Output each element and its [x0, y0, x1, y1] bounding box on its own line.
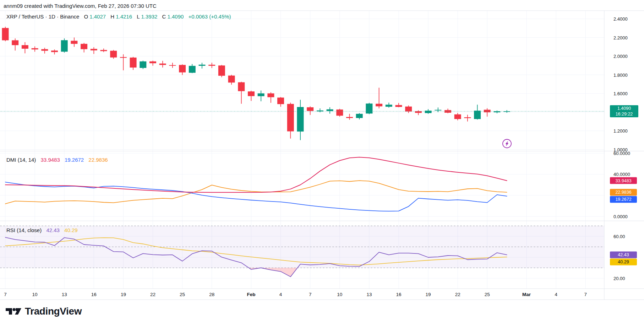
candle-body — [297, 107, 304, 132]
dmi-minus-di-value: 22.9836 — [88, 157, 108, 163]
dmi-value-badge: 33.9483 — [610, 177, 637, 184]
candle-body — [71, 41, 77, 44]
candle-body — [435, 110, 441, 111]
time-axis-label: 4 — [545, 292, 567, 297]
dmi-value-badge: 19.2672 — [610, 196, 637, 203]
time-axis-label: 7 — [0, 292, 16, 297]
candle-body — [248, 91, 255, 96]
price-axis[interactable]: 2.40002.20002.00001.80001.60001.20001.00… — [604, 0, 644, 302]
candle-body — [287, 104, 294, 131]
candle-body — [189, 66, 196, 73]
time-axis-label: 10 — [24, 292, 45, 297]
time-axis-label: 13 — [359, 292, 380, 297]
candle-body — [336, 109, 343, 116]
candle-body — [179, 65, 186, 73]
candle-body — [238, 82, 245, 91]
candle-body — [140, 61, 146, 68]
dmi-axis-label: 0.0000 — [613, 214, 628, 219]
price-axis-label: 2.0000 — [613, 54, 628, 59]
candle-body — [110, 51, 117, 58]
time-axis-label: 16 — [388, 292, 409, 297]
candle-body — [277, 98, 284, 104]
candle-body — [395, 105, 402, 107]
candle-body — [258, 93, 264, 96]
chart-canvas[interactable] — [0, 0, 644, 327]
tradingview-logo-text: TradingView — [25, 306, 82, 317]
time-axis-label: 22 — [142, 292, 164, 297]
candle-body — [218, 65, 225, 76]
time-axis-label: 22 — [447, 292, 468, 297]
time-axis-label: 10 — [329, 292, 350, 297]
candle-body — [32, 48, 38, 49]
current-price-badge: 1.409016:29:22 — [610, 105, 638, 117]
time-axis-label: Mar — [516, 292, 537, 297]
rsi-value-badge: 40.29 — [610, 258, 637, 265]
tradingview-chart-page: { "header": {"attribution": "annm09 crea… — [0, 0, 644, 327]
price-axis-label: 2.4000 — [613, 16, 628, 22]
candle-body — [228, 76, 235, 83]
rsi-title: RSI (14, close) — [6, 227, 42, 233]
open-label: O — [84, 14, 88, 20]
candle-body — [22, 45, 28, 49]
dmi-legend[interactable]: DMI (14, 14) 33.9483 19.2672 22.9836 — [6, 157, 109, 163]
candle-body — [454, 114, 461, 119]
candle-body — [208, 65, 215, 66]
low-label: L — [137, 14, 140, 20]
time-axis-label: 16 — [83, 292, 104, 297]
candle-body — [149, 61, 156, 63]
candle-body — [159, 64, 166, 65]
tradingview-logo-icon — [5, 306, 22, 316]
high-value: 1.4216 — [116, 14, 132, 20]
candle-body — [130, 58, 137, 68]
time-axis-label: 4 — [270, 292, 291, 297]
candle-body — [61, 40, 68, 52]
candle-body — [484, 110, 491, 112]
candle-body — [267, 93, 274, 97]
rsi-value-badge: 42.43 — [610, 251, 637, 258]
time-axis-label: 19 — [113, 292, 134, 297]
candle-body — [464, 117, 471, 118]
rsi-value: 42.43 — [46, 227, 60, 233]
candle-body — [12, 40, 18, 45]
candle-body — [356, 114, 363, 118]
close-label: C — [162, 14, 166, 20]
lightning-icon[interactable] — [503, 139, 511, 148]
tradingview-logo[interactable]: TradingView — [5, 306, 82, 317]
close-value: 1.4090 — [167, 14, 184, 20]
bar-countdown: 16:29:22 — [616, 111, 633, 117]
change-value: +0.0063 (+0.45%) — [189, 14, 231, 20]
time-axis-label: 7 — [575, 292, 596, 297]
price-axis-label: 1.8000 — [613, 72, 628, 77]
candle-body — [327, 109, 333, 111]
candle-body — [100, 50, 107, 51]
candle-body — [376, 104, 382, 106]
candle-body — [503, 111, 510, 112]
dmi-axis-label: 40.0000 — [613, 172, 630, 177]
time-axis-label: 13 — [54, 292, 75, 297]
time-axis-label: 25 — [476, 292, 498, 297]
low-value: 1.3932 — [141, 14, 158, 20]
dmi-title: DMI (14, 14) — [6, 157, 36, 163]
candle-body — [169, 65, 176, 66]
open-value: 1.4027 — [89, 14, 106, 20]
symbol-legend[interactable]: XRP / TetherUS · 1D · Binance O1.4027 H1… — [6, 14, 233, 20]
candle-body — [346, 117, 353, 118]
rsi-axis-label: 60.00 — [613, 234, 625, 239]
candle-body — [91, 49, 97, 50]
candle-body — [41, 49, 48, 50]
rsi-legend[interactable]: RSI (14, close) 42.43 40.29 — [6, 227, 79, 233]
price-axis-label: 1.6000 — [613, 91, 628, 96]
symbol-title: XRP / TetherUS · 1D · Binance — [6, 14, 79, 20]
time-axis-label: 7 — [300, 292, 321, 297]
dmi-plus-di-value: 19.2672 — [65, 157, 84, 163]
candle-body — [81, 44, 87, 49]
dmi-adx-value: 33.9483 — [41, 157, 60, 163]
time-axis-label: 28 — [201, 292, 223, 297]
candle-body — [474, 111, 481, 119]
candle-body — [199, 65, 206, 66]
candle-body — [2, 28, 9, 41]
candle-body — [51, 50, 58, 52]
dmi-axis-label: 60.0000 — [613, 150, 630, 156]
time-axis[interactable]: 710131619222528Feb47101316192225Mar47 — [0, 289, 604, 300]
price-axis-label: 2.2000 — [613, 35, 628, 40]
